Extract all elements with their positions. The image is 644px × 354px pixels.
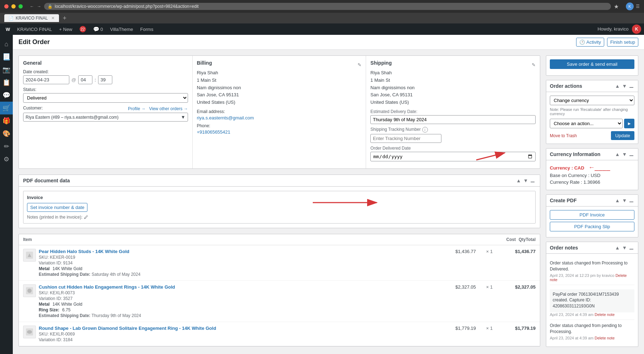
order-note-3: Order status changed from pending to Pro… bbox=[550, 320, 634, 343]
wp-logo[interactable]: W bbox=[3, 23, 13, 35]
url-text: localhost/kravico-woocommerce/wp-admin/p… bbox=[55, 4, 199, 9]
item-name-2[interactable]: Cushion cut Hidden Halo Engagement Rings… bbox=[39, 284, 175, 290]
col-item: Item bbox=[23, 237, 506, 242]
pdf-packing-btn[interactable]: PDF Packing Slip bbox=[550, 222, 634, 231]
cp-up[interactable]: ▲ bbox=[614, 198, 621, 203]
table-row: Pear Hidden Halo Studs - 14K White Gold … bbox=[19, 245, 540, 281]
item-name-col-1: Pear Hidden Halo Studs - 14K White Gold … bbox=[23, 249, 443, 277]
admin-bar-comments[interactable]: 💬 0 bbox=[90, 23, 106, 35]
sidebar-settings[interactable]: ⚙ bbox=[0, 153, 13, 166]
order-note-2: PayPal order 7061304I1M7153439 created. … bbox=[550, 285, 634, 320]
on-down[interactable]: ▼ bbox=[621, 245, 628, 251]
item-total-2: $2,327.05 bbox=[500, 284, 536, 290]
currency-info-body: Currency : CAD ←⎯⎯⎯⎯ Base on Currency : … bbox=[546, 160, 638, 190]
sidebar-comments[interactable]: 💬 bbox=[0, 89, 13, 102]
status-label: Status: bbox=[23, 87, 188, 92]
finish-setup-btn[interactable]: Finish setup bbox=[607, 38, 638, 47]
sidebar-pages[interactable]: 📋 bbox=[0, 76, 13, 89]
view-orders-link[interactable]: View other orders → bbox=[149, 106, 188, 111]
sidebar-appearance[interactable]: 🎨 bbox=[0, 127, 13, 140]
sidebar-dashboard[interactable]: ⌂ bbox=[0, 38, 13, 50]
ci-down[interactable]: ▼ bbox=[621, 151, 628, 157]
tab-close[interactable]: ✕ bbox=[51, 16, 55, 21]
ci-up[interactable]: ▲ bbox=[614, 151, 621, 157]
shipping-edit-icon[interactable]: ✎ bbox=[532, 62, 536, 68]
comments-count: 0 bbox=[101, 27, 103, 32]
oa-down[interactable]: ▼ bbox=[621, 83, 628, 89]
notes-edit-icon[interactable]: 🖉 bbox=[84, 215, 88, 220]
billing-edit-icon[interactable]: ✎ bbox=[358, 62, 361, 68]
admin-bar-site[interactable]: KRAVICO FINAL bbox=[14, 23, 55, 35]
browser-minimize[interactable] bbox=[11, 4, 16, 9]
save-send-btn[interactable]: Save order & send email bbox=[550, 59, 634, 69]
cp-x[interactable]: ⚊ bbox=[628, 198, 634, 203]
customer-select[interactable]: Riya Eastern (#89 – riya.s.easternts@gma… bbox=[23, 113, 188, 122]
email-value[interactable]: riya.s.easternts@gmail.com bbox=[197, 115, 254, 120]
active-tab[interactable]: 📄 KRAVICO FINAL ✕ bbox=[4, 14, 59, 22]
new-tab-btn[interactable]: + bbox=[63, 15, 66, 22]
phone-value[interactable]: +918065655421 bbox=[197, 129, 230, 135]
browser-maximize[interactable] bbox=[18, 4, 23, 9]
shipping-line2: Nam dignissimos non bbox=[370, 84, 536, 92]
shipping-title: Shipping bbox=[370, 60, 392, 66]
svg-point-2 bbox=[27, 289, 32, 293]
update-btn[interactable]: Update bbox=[611, 131, 634, 140]
time-hour-input[interactable] bbox=[78, 75, 92, 84]
change-currency-select[interactable]: Change currency bbox=[550, 96, 634, 105]
oa-up[interactable]: ▲ bbox=[614, 83, 621, 89]
shipping-line1: 1 Main St bbox=[370, 77, 536, 84]
admin-bar-villa[interactable]: VillaTheme bbox=[107, 23, 136, 35]
admin-bar-forms[interactable]: Forms bbox=[138, 23, 156, 35]
activity-btn[interactable]: 🕑 Activity bbox=[576, 38, 604, 47]
oa-x[interactable]: ⚊ bbox=[628, 83, 634, 89]
order-delivered-input[interactable] bbox=[370, 152, 536, 161]
sidebar-products[interactable]: 🎁 bbox=[0, 114, 13, 127]
move-to-trash-link[interactable]: Move to Trash bbox=[550, 133, 577, 138]
item-name-1[interactable]: Pear Hidden Halo Studs - 14K White Gold bbox=[39, 249, 129, 254]
sidebar-media[interactable]: 📷 bbox=[0, 63, 13, 76]
sidebar-woocommerce[interactable]: 🛒 bbox=[0, 102, 13, 114]
item-name-3[interactable]: Round Shape - Lab Grown Diamond Solitair… bbox=[39, 326, 216, 331]
url-bar[interactable]: 🔒 localhost/kravico-woocommerce/wp-admin… bbox=[44, 3, 611, 10]
cp-collapse: ▲ ▼ ⚊ bbox=[614, 198, 634, 203]
pdf-collapse-up[interactable]: ▲ bbox=[515, 178, 522, 183]
profile-link[interactable]: Profile → bbox=[128, 106, 145, 111]
item-qty-3: × 1 bbox=[479, 326, 500, 331]
status-field-row: Status: Delivered bbox=[23, 87, 188, 103]
item-qty-2: × 1 bbox=[479, 284, 500, 290]
on-x[interactable]: ⚊ bbox=[628, 245, 634, 251]
ci-x[interactable]: ⚊ bbox=[628, 151, 634, 157]
admin-bar-notifications[interactable]: 22 bbox=[77, 23, 89, 35]
billing-col: Billing ✎ Riya Shah 1 Main St Nam dignis… bbox=[193, 56, 366, 168]
on-up[interactable]: ▲ bbox=[614, 245, 621, 251]
items-table-header: Item Cost Qty Total bbox=[19, 234, 540, 245]
tracking-input[interactable] bbox=[370, 134, 441, 143]
set-invoice-btn[interactable]: Set invoice number & date bbox=[27, 203, 87, 212]
profile-icon[interactable]: K bbox=[626, 2, 634, 10]
sidebar-plugins[interactable]: ✏ bbox=[0, 140, 13, 153]
delete-note-link-3[interactable]: Delete note bbox=[595, 336, 615, 340]
status-select[interactable]: Delivered bbox=[23, 93, 188, 103]
est-delivery-input[interactable] bbox=[370, 115, 536, 124]
star-btn[interactable]: ★ bbox=[614, 3, 619, 10]
admin-bar-new[interactable]: + New bbox=[56, 23, 75, 35]
cp-down[interactable]: ▼ bbox=[621, 198, 628, 203]
forward-btn[interactable]: → bbox=[37, 4, 41, 9]
browser-close[interactable] bbox=[4, 4, 9, 9]
time-min-input[interactable] bbox=[98, 75, 112, 84]
pdf-collapse-x[interactable]: ⚊ bbox=[530, 178, 536, 183]
site-name: KRAVICO FINAL bbox=[17, 27, 52, 32]
pdf-collapse-down[interactable]: ▼ bbox=[522, 178, 529, 183]
pdf-invoice-btn[interactable]: PDF Invoice bbox=[550, 210, 634, 220]
back-btn[interactable]: ← bbox=[30, 4, 34, 9]
sidebar-posts[interactable]: 📃 bbox=[0, 50, 13, 63]
pdf-header[interactable]: PDF document data ▲ ▼ ⚊ bbox=[19, 175, 540, 187]
action-select[interactable]: Choose an action... bbox=[550, 119, 623, 128]
extensions-icon[interactable]: ☰ bbox=[636, 4, 640, 9]
order-note-text-3: Order status changed from pending to Pro… bbox=[550, 323, 634, 335]
delete-note-link-2[interactable]: Delete note bbox=[595, 312, 615, 317]
base-currency-label: Base on Currency : USD bbox=[550, 173, 634, 178]
user-avatar[interactable]: K bbox=[632, 25, 641, 34]
date-input[interactable] bbox=[23, 75, 69, 84]
action-go-btn[interactable]: ► bbox=[624, 119, 634, 128]
